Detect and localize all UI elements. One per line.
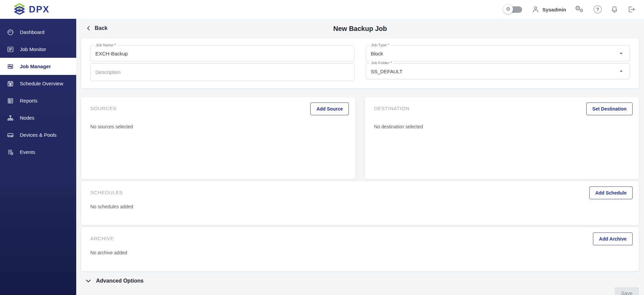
job-details-left-column: Job Name *: [90, 45, 355, 82]
notifications-icon[interactable]: [610, 5, 618, 13]
sidebar-item-label: Dashboard: [20, 29, 44, 35]
settings-icon[interactable]: ⚙ ⚙: [575, 5, 585, 14]
logo-text: DPX: [29, 4, 50, 15]
reports-icon: [7, 97, 14, 104]
schedules-empty-text: No schedules added: [90, 204, 633, 209]
job-folder-value: SS_DEFAULT: [371, 69, 403, 74]
main-content: Back New Backup Job Job Name * Job Type …: [76, 19, 644, 295]
sidebar-item-label: Job Manager: [20, 64, 51, 69]
topbar: DPX ⚙ Sysadmin ⚙ ⚙ ?: [0, 0, 644, 19]
save-button[interactable]: Save: [615, 287, 639, 295]
add-source-button[interactable]: Add Source: [310, 102, 349, 115]
destination-empty-text: No destination selected: [374, 124, 633, 129]
sidebar-item-label: Events: [20, 149, 35, 155]
events-icon: [7, 149, 14, 156]
sidebar-item-dashboard[interactable]: Dashboard: [0, 24, 76, 41]
add-archive-button[interactable]: Add Archive: [593, 233, 633, 245]
destination-card: DESTINATION Set Destination No destinati…: [365, 97, 639, 179]
toggle-thumb-gear-icon: ⚙: [503, 4, 513, 14]
advanced-options-toggle[interactable]: Advanced Options: [81, 277, 639, 285]
advanced-chevron-icon: [85, 277, 92, 285]
sources-empty-text: No sources selected: [90, 124, 349, 129]
job-folder-select[interactable]: Job Folder * SS_DEFAULT: [366, 63, 630, 79]
schedule-icon: [7, 80, 14, 87]
set-destination-button[interactable]: Set Destination: [586, 102, 633, 115]
job-type-value: Block: [371, 51, 383, 56]
schedules-card: SCHEDULES Add Schedule No schedules adde…: [81, 181, 639, 225]
sources-card: SOURCES Add Source No sources selected: [81, 97, 355, 179]
page-header: Back New Backup Job: [81, 25, 639, 34]
nodes-icon: [7, 114, 14, 122]
back-label: Back: [95, 25, 107, 31]
sidebar-item-job-monitor[interactable]: Job Monitor: [0, 41, 76, 58]
devices-icon: [7, 131, 14, 139]
sidebar-item-nodes[interactable]: Nodes: [0, 109, 76, 126]
job-type-select[interactable]: Job Type * Block: [366, 45, 630, 61]
destination-title: DESTINATION: [374, 102, 409, 111]
sources-header: SOURCES Add Source: [90, 102, 349, 115]
job-name-field[interactable]: Job Name *: [90, 45, 355, 61]
sidebar-item-devices-pools[interactable]: Devices & Pools: [0, 126, 76, 143]
user-icon: [532, 5, 540, 13]
dashboard-icon: [7, 29, 14, 36]
advanced-options-label: Advanced Options: [96, 278, 143, 284]
dropdown-caret-icon: [617, 68, 625, 75]
theme-toggle[interactable]: ⚙: [503, 4, 523, 14]
sidebar-item-label: Schedule Overview: [20, 81, 63, 86]
sources-title: SOURCES: [90, 102, 117, 111]
job-details-right-column: Job Type * Block Job Folder * SS_DEFAULT: [366, 45, 630, 82]
topbar-actions: ⚙ Sysadmin ⚙ ⚙ ?: [503, 4, 636, 14]
sidebar: Dashboard Job Monitor Job Manager S: [0, 19, 76, 295]
sources-destination-row: SOURCES Add Source No sources selected D…: [81, 97, 639, 179]
save-row: Save: [81, 287, 639, 295]
description-field[interactable]: [90, 63, 355, 81]
sidebar-item-reports[interactable]: Reports: [0, 92, 76, 109]
dpx-logo: DPX: [13, 3, 50, 16]
page-title: New Backup Job: [81, 25, 639, 33]
add-schedule-button[interactable]: Add Schedule: [589, 186, 633, 199]
dropdown-caret-icon: [617, 50, 625, 57]
archive-header: ARCHIVE Add Archive: [90, 233, 633, 245]
sidebar-item-label: Nodes: [20, 115, 34, 121]
back-chevron-icon: [85, 25, 92, 32]
archive-card: ARCHIVE Add Archive No archive added: [81, 227, 639, 271]
description-input[interactable]: [95, 69, 350, 75]
user-name: Sysadmin: [542, 7, 566, 12]
job-manager-icon: [7, 63, 14, 70]
logout-icon[interactable]: [627, 5, 636, 13]
sidebar-item-label: Devices & Pools: [20, 132, 56, 138]
sidebar-item-job-manager[interactable]: Job Manager: [0, 58, 76, 75]
sidebar-item-label: Reports: [20, 98, 38, 103]
destination-header: DESTINATION Set Destination: [374, 102, 633, 115]
back-button[interactable]: Back: [85, 25, 107, 32]
job-name-input[interactable]: [95, 51, 350, 56]
schedules-title: SCHEDULES: [90, 186, 123, 195]
job-details-card: Job Name * Job Type * Block Job Folder *: [81, 38, 639, 88]
archive-title: ARCHIVE: [90, 233, 114, 241]
help-icon[interactable]: ?: [594, 5, 602, 13]
job-type-label: Job Type *: [369, 43, 391, 47]
job-monitor-icon: [7, 46, 14, 53]
job-name-label: Job Name *: [94, 43, 118, 47]
user-menu[interactable]: Sysadmin: [532, 5, 566, 13]
schedules-header: SCHEDULES Add Schedule: [90, 186, 633, 199]
sidebar-item-events[interactable]: Events: [0, 143, 76, 161]
dpx-layers-icon: [13, 3, 26, 16]
sidebar-item-label: Job Monitor: [20, 46, 46, 52]
job-folder-label: Job Folder *: [369, 61, 394, 65]
archive-empty-text: No archive added: [90, 250, 633, 255]
sidebar-item-schedule-overview[interactable]: Schedule Overview: [0, 75, 76, 92]
